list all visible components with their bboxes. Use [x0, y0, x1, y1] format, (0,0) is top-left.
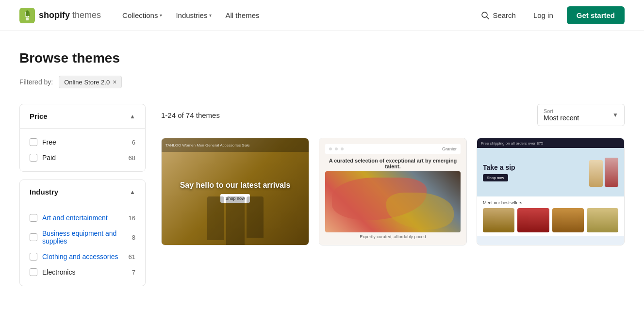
theme3-top-bar: Free shipping on all orders over $75 [477, 138, 624, 148]
theme3-section-title: Meet our bestsellers [483, 200, 618, 205]
search-button[interactable]: Search [477, 7, 520, 24]
theme2-caption: Expertly curated, affordably priced [325, 234, 461, 239]
theme2-brand: Granier [442, 147, 457, 151]
themes-area: 1-24 of 74 themes Sort Most recent ▼ [161, 104, 625, 286]
price-free-item: Free 6 [28, 134, 137, 150]
remove-filter-icon[interactable]: × [113, 78, 116, 86]
price-filter-header[interactable]: Price ▲ [20, 104, 145, 129]
industry-chevron-icon: ▲ [130, 189, 135, 196]
theme3-hero-text: Take a sip [483, 163, 515, 171]
industry-filter-header[interactable]: Industry ▲ [20, 180, 145, 204]
theme2-nav: Granier [325, 144, 461, 154]
industry-filter-section: Industry ▲ Art and entertainment 16 [19, 179, 146, 286]
shopify-bag-icon [19, 8, 35, 23]
theme1-figures [207, 196, 264, 245]
theme1-nav-bar: TAHLOO Women Men General Accessories Sal… [162, 138, 309, 152]
bottle-4 [587, 208, 618, 232]
bottle-3 [552, 208, 584, 232]
industry-electronics-checkbox[interactable] [30, 268, 37, 276]
logo-text: shopify themes [39, 10, 101, 20]
theme2-title: A curated selection of exceptional art b… [325, 158, 461, 169]
search-icon [481, 11, 490, 20]
page-title: Browse themes [19, 50, 625, 66]
theme-preview-1: TAHLOO Women Men General Accessories Sal… [162, 138, 309, 245]
content-layout: Price ▲ Free 6 Paid [19, 104, 625, 286]
price-chevron-icon: ▲ [130, 113, 135, 120]
nav-collections[interactable]: Collections ▾ [116, 7, 168, 23]
price-free-checkbox[interactable] [30, 138, 37, 146]
price-filter-items: Free 6 Paid 68 [20, 129, 145, 171]
themes-grid: TAHLOO Women Men General Accessories Sal… [161, 138, 625, 245]
collections-chevron-icon: ▾ [160, 13, 162, 18]
bottle-1 [483, 208, 514, 232]
industry-clothing-item: Clothing and accessories 61 [28, 249, 137, 264]
login-button[interactable]: Log in [528, 7, 559, 23]
site-header: shopify themes Collections ▾ Industries … [0, 0, 644, 31]
theme3-products-section: Meet our bestsellers [477, 196, 624, 236]
themes-header: 1-24 of 74 themes Sort Most recent ▼ [161, 104, 625, 126]
header-actions: Search Log in Get started [477, 6, 625, 24]
industry-clothing-checkbox[interactable] [30, 253, 37, 261]
sort-chevron-icon: ▼ [612, 112, 618, 118]
filter-label: Filtered by: [19, 78, 53, 86]
industry-business-checkbox[interactable] [30, 233, 37, 241]
theme1-hero-text: Say hello to our latest arrivals [180, 180, 291, 191]
theme-card-3[interactable]: Free shipping on all orders over $75 Tak… [477, 138, 625, 245]
active-filter-tag[interactable]: Online Store 2.0 × [59, 76, 122, 88]
sidebar: Price ▲ Free 6 Paid [19, 104, 146, 286]
main-nav: Collections ▾ Industries ▾ All themes [116, 7, 477, 23]
industry-electronics-item: Electronics 7 [28, 264, 137, 280]
theme-preview-2: Granier A curated selection of exception… [319, 138, 466, 245]
bottle-2 [517, 208, 549, 232]
svg-rect-1 [26, 17, 29, 20]
theme3-cta: Shop now [483, 174, 508, 181]
nav-industries[interactable]: Industries ▾ [170, 7, 217, 23]
themes-count: 1-24 of 74 themes [161, 111, 220, 119]
industry-business-item: Business equipment and supplies 8 [28, 226, 137, 249]
price-filter-section: Price ▲ Free 6 Paid [19, 104, 146, 172]
logo[interactable]: shopify themes [19, 8, 101, 23]
industry-art-checkbox[interactable] [30, 214, 37, 222]
main-content: Browse themes Filtered by: Online Store … [0, 31, 644, 286]
sort-dropdown[interactable]: Sort Most recent ▼ [537, 104, 625, 126]
theme3-hero: Take a sip Shop now [477, 148, 624, 196]
theme3-product-images [589, 158, 618, 187]
art-blob-2 [386, 193, 454, 229]
nav-all-themes[interactable]: All themes [219, 7, 265, 23]
industry-filter-items: Art and entertainment 16 Business equipm… [20, 204, 145, 286]
industry-art-item: Art and entertainment 16 [28, 210, 137, 226]
theme-preview-3: Free shipping on all orders over $75 Tak… [477, 138, 624, 245]
get-started-button[interactable]: Get started [567, 6, 625, 24]
price-paid-checkbox[interactable] [30, 154, 37, 162]
theme-card-1[interactable]: TAHLOO Women Men General Accessories Sal… [161, 138, 309, 245]
filter-row: Filtered by: Online Store 2.0 × [19, 76, 625, 88]
theme-card-2[interactable]: Granier A curated selection of exception… [319, 138, 467, 245]
price-paid-item: Paid 68 [28, 150, 137, 165]
industries-chevron-icon: ▾ [209, 13, 212, 18]
theme2-art [325, 171, 461, 232]
theme3-bottles [483, 208, 618, 232]
